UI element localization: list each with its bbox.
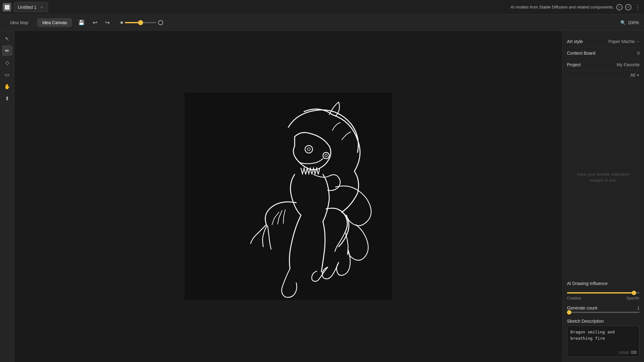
content-board-label: Content Board	[567, 51, 595, 56]
influence-slider[interactable]	[567, 292, 640, 293]
large-size-icon	[158, 20, 163, 25]
titlebar: ⬜ Untitled 1 × AI models from Stable Dif…	[0, 0, 644, 14]
ai-drawing-label: AI Drawing Influence	[567, 278, 640, 288]
svg-rect-0	[185, 93, 392, 300]
zoom-icon: 🔍	[620, 20, 626, 25]
creative-label: Creative	[567, 296, 581, 300]
right-panel: Art style Paper Mache — Content Board 0 …	[562, 31, 644, 362]
art-style-row: Art style Paper Mache —	[567, 36, 640, 47]
all-dropdown[interactable]: All ▼	[630, 73, 640, 78]
pen-tool[interactable]: ✏	[2, 45, 13, 56]
sketch-description-input[interactable]: Dragon smiling and breathing fire	[570, 329, 636, 348]
tab-close-button[interactable]: ×	[39, 5, 44, 10]
check-icon: ✓	[625, 4, 631, 10]
tab-title: Untitled 1	[18, 5, 36, 10]
zoom-display: 🔍 100%	[620, 20, 639, 25]
sketch-svg	[185, 93, 392, 300]
small-size-icon	[120, 21, 123, 24]
influence-slider-container	[567, 288, 640, 295]
ai-message: AI models from Stable Diffusion and rela…	[510, 3, 641, 11]
svg-point-2	[307, 148, 310, 151]
brush-size-slider[interactable]	[125, 22, 156, 23]
idea-canvas-button[interactable]: Idea Canvas	[37, 18, 72, 27]
textarea-footer: 33/500 ⌨	[618, 350, 637, 355]
specific-label: Specific	[626, 296, 640, 300]
influence-labels: Creative Specific	[567, 295, 640, 303]
import-tool[interactable]: ⬆	[2, 93, 13, 104]
shape-tool[interactable]: ◇	[2, 57, 13, 68]
char-count: 33/500	[618, 351, 629, 354]
canvas-area[interactable]	[14, 31, 562, 362]
project-row: Project My Favorite	[567, 59, 640, 71]
main-area: ↖ ✏ ◇ ▭ ✋ ⬆	[0, 31, 644, 362]
hand-tool[interactable]: ✋	[2, 81, 13, 92]
project-value: My Favorite	[617, 62, 640, 67]
art-style-value[interactable]: Paper Mache —	[608, 39, 640, 44]
sketch-textarea-container: Dragon smiling and breathing fire 33/500…	[567, 326, 640, 357]
toolbar: Idea Map Idea Canvas 💾 ↩ ↪ 🔍 100%	[0, 14, 644, 31]
content-board-count: 0	[637, 51, 640, 56]
drawing-canvas[interactable]	[185, 93, 392, 300]
save-button[interactable]: 💾	[76, 18, 87, 27]
left-sidebar: ↖ ✏ ◇ ▭ ✋ ⬆	[0, 31, 14, 362]
document-tab[interactable]: Untitled 1 ×	[14, 2, 48, 13]
app-icon: ⬜	[3, 3, 11, 12]
frame-tool[interactable]: ▭	[2, 69, 13, 80]
pointer-tool[interactable]: ↖	[2, 33, 13, 44]
generate-count-label: Generate count	[567, 305, 597, 310]
inspiration-placeholder-text: Save your favorite inspiration images or…	[573, 171, 633, 184]
chevron-down-icon: ▼	[636, 74, 640, 77]
inspiration-area: Save your favorite inspiration images or…	[567, 79, 640, 275]
content-board-row: Content Board 0	[567, 47, 640, 59]
undo-button[interactable]: ↩	[91, 18, 99, 27]
zoom-level: 100%	[628, 20, 639, 25]
svg-point-4	[325, 154, 327, 157]
info-icon[interactable]: i	[616, 4, 623, 10]
brush-size-container	[120, 20, 163, 25]
more-options-button[interactable]: ⋮	[634, 3, 641, 11]
art-style-label: Art style	[567, 39, 583, 44]
edit-icon: ⌨	[631, 350, 637, 355]
count-slider[interactable]	[567, 312, 640, 313]
redo-button[interactable]: ↪	[103, 18, 112, 27]
generate-count-value: 1	[637, 305, 640, 310]
ai-drawing-section: AI Drawing Influence Creative Specific	[567, 275, 640, 303]
all-dropdown-row: All ▼	[567, 71, 640, 79]
sketch-description-label: Sketch Description	[567, 316, 640, 326]
project-label: Project	[567, 62, 581, 67]
ai-message-text: AI models from Stable Diffusion and rela…	[510, 5, 614, 9]
idea-map-button[interactable]: Idea Map	[5, 18, 33, 27]
